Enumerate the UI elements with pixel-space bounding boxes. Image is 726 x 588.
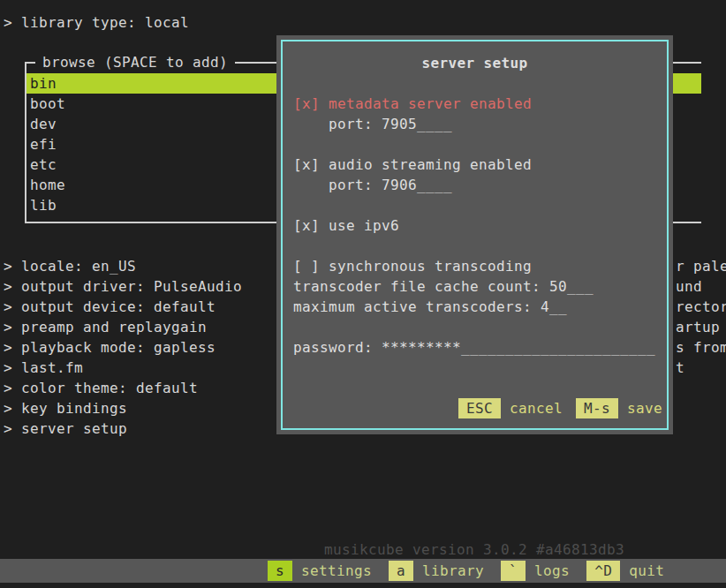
clipped-text-fragment: t <box>676 358 726 378</box>
settings-item-output-device[interactable]: > output device: default <box>4 297 242 317</box>
save-button[interactable]: save <box>627 398 662 418</box>
settings-item-color-theme[interactable]: > color theme: default <box>4 378 242 398</box>
settings-item-locale[interactable]: > locale: en_US <box>4 256 242 276</box>
save-key-badge[interactable]: M-s <box>576 398 618 418</box>
clipped-options-column: r pale und rector artup s from t <box>676 256 726 378</box>
clipped-text-fragment: und <box>676 276 726 297</box>
shortcut-key-quit[interactable]: ^D <box>586 561 620 581</box>
settings-item-server-setup[interactable]: > server setup <box>4 418 242 439</box>
settings-item-lastfm[interactable]: > last.fm <box>4 358 242 378</box>
musikcube-settings-screen: > library type: local browse (SPACE to a… <box>0 0 726 588</box>
version-text: musikcube version 3.0.2 #a46813db3 <box>324 539 624 560</box>
settings-item-playback-mode[interactable]: > playback mode: gapless <box>4 337 242 358</box>
shortcut-label-library[interactable]: library <box>422 561 484 581</box>
library-type-setting[interactable]: > library type: local <box>4 12 189 33</box>
shortcut-label-quit[interactable]: quit <box>629 561 664 581</box>
clipped-text-fragment: artup <box>676 317 726 337</box>
max-transcoders-input[interactable]: maximum active transcoders: 4__ <box>293 297 567 317</box>
clipped-text-fragment: s from <box>676 337 726 358</box>
shortcut-label-logs[interactable]: logs <box>534 561 570 581</box>
audio-streaming-checkbox[interactable]: [x] audio streaming enabled <box>293 155 532 175</box>
settings-item-output-driver[interactable]: > output driver: PulseAudio <box>4 276 242 297</box>
browse-panel-title: browse (SPACE to add) <box>35 52 235 72</box>
sync-transcoding-checkbox[interactable]: [ ] synchronous transcoding <box>293 256 532 276</box>
dialog-button-row: ESC cancel M-s save <box>458 398 662 418</box>
shortcut-key-settings[interactable]: s <box>268 561 292 581</box>
shortcut-key-library[interactable]: a <box>389 561 413 581</box>
shortcut-label-settings[interactable]: settings <box>301 561 372 581</box>
cache-count-input[interactable]: transcoder file cache count: 50___ <box>293 276 594 297</box>
password-input[interactable]: password: *********_____________________… <box>293 337 655 358</box>
cancel-button[interactable]: cancel <box>510 398 563 418</box>
audio-port-input[interactable]: port: 7906____ <box>293 175 452 195</box>
server-setup-dialog: server setup [x] metadata server enabled… <box>276 35 673 434</box>
shortcut-key-logs[interactable]: ` <box>501 561 526 581</box>
metadata-port-input[interactable]: port: 7905____ <box>293 114 452 134</box>
metadata-server-checkbox[interactable]: [x] metadata server enabled <box>293 94 532 114</box>
esc-key-badge[interactable]: ESC <box>458 398 501 418</box>
settings-item-key-bindings[interactable]: > key bindings <box>4 398 242 418</box>
clipped-text-fragment: r pale <box>676 256 726 276</box>
settings-menu: > locale: en_US > output driver: PulseAu… <box>4 256 242 439</box>
settings-item-preamp[interactable]: > preamp and replaygain <box>4 317 242 337</box>
ipv6-checkbox[interactable]: [x] use ipv6 <box>293 215 399 236</box>
status-bar: s settings a library ` logs ^D quit <box>0 559 726 583</box>
dialog-title: server setup <box>276 53 673 73</box>
clipped-text-fragment: rector <box>676 297 726 317</box>
